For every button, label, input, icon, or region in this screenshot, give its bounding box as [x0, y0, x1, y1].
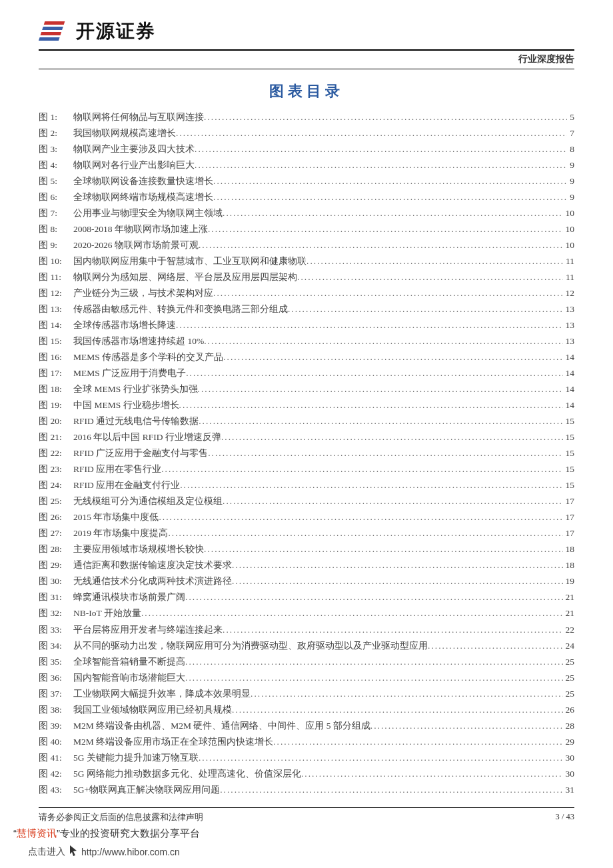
toc-page-number: 15 [563, 477, 575, 493]
promo-brand: 慧博资讯 [17, 827, 57, 839]
toc-leader [213, 189, 567, 205]
toc-entry-title: 2008-2018 年物联网市场加速上涨 [73, 221, 208, 237]
toc-row[interactable]: 图 35:全球智能音箱销量不断提高 25 [39, 654, 574, 670]
toc-entry-title: 全球物联网设备连接数量快速增长 [73, 173, 213, 189]
toc-row[interactable]: 图 25:无线模组可分为通信模组及定位模组 17 [39, 493, 574, 509]
toc-label: 图 36: [39, 670, 73, 686]
toc-row[interactable]: 图 37:工业物联网大幅提升效率，降成本效果明显 25 [39, 686, 574, 702]
page-number: 3 / 43 [556, 812, 574, 823]
toc-leader [159, 509, 562, 525]
toc-leader [223, 205, 563, 221]
toc-label: 图 18: [39, 381, 73, 397]
toc-row[interactable]: 图 31:蜂窝通讯模块市场前景广阔 21 [39, 589, 574, 605]
page: 开源证券 行业深度报告 图表目录 图 1:物联网将任何物品与互联网连接 5图 2… [0, 0, 613, 868]
toc-row[interactable]: 图 12:产业链分为三级，与技术架构对应 12 [39, 285, 574, 301]
toc-leader [273, 734, 562, 750]
promo-url[interactable]: http://www.hibor.com.cn [81, 847, 180, 857]
cursor-icon [68, 845, 79, 859]
toc-row[interactable]: 图 13:传感器由敏感元件、转换元件和变换电路三部分组成 13 [39, 301, 574, 317]
toc-row[interactable]: 图 40:M2M 终端设备应用市场正在全球范围内快速增长 29 [39, 734, 574, 750]
toc-row[interactable]: 图 11:物联网分为感知层、网络层、平台层及应用层四层架构 11 [39, 269, 574, 285]
toc-row[interactable]: 图 7:公用事业与物理安全为物联网主领域 10 [39, 205, 574, 221]
toc-label: 图 16: [39, 349, 73, 365]
toc-page-number: 24 [563, 638, 575, 654]
toc-label: 图 37: [39, 686, 73, 702]
toc-page-number: 18 [563, 557, 575, 573]
toc-row[interactable]: 图 21:2016 年以后中国 RFID 行业增速反弹 15 [39, 429, 574, 445]
toc-page-number: 30 [563, 750, 575, 766]
toc-page-number: 14 [563, 365, 575, 381]
toc-entry-title: RFID 应用在零售行业 [73, 461, 161, 477]
toc-leader [223, 622, 563, 638]
toc-row[interactable]: 图 18:全球 MEMS 行业扩张势头加强 14 [39, 381, 574, 397]
toc-leader [232, 702, 563, 718]
toc-leader [185, 654, 563, 670]
toc-row[interactable]: 图 23:RFID 应用在零售行业 15 [39, 461, 574, 477]
toc-row[interactable]: 图 28:主要应用领域市场规模增长较快 18 [39, 541, 574, 557]
toc-row[interactable]: 图 33:平台层将应用开发者与终端连接起来 22 [39, 622, 574, 638]
toc-entry-title: 无线通信技术分化成两种技术演进路径 [73, 573, 232, 589]
toc-row[interactable]: 图 19:中国 MEMS 行业稳步增长 14 [39, 397, 574, 413]
toc-page-number: 17 [563, 509, 575, 525]
toc-page-number: 7 [567, 125, 574, 141]
toc-row[interactable]: 图 5:全球物联网设备连接数量快速增长 9 [39, 173, 574, 189]
toc-row[interactable]: 图 20:RFID 通过无线电信号传输数据 15 [39, 413, 574, 429]
toc-entry-title: 全球智能音箱销量不断提高 [73, 654, 185, 670]
toc-page-number: 11 [563, 253, 574, 269]
toc-row[interactable]: 图 22:RFID 广泛应用于金融支付与零售 15 [39, 445, 574, 461]
toc-page-number: 29 [563, 734, 575, 750]
toc-row[interactable]: 图 15:我国传感器市场增速持续超 10% 13 [39, 333, 574, 349]
toc-row[interactable]: 图 27:2019 年市场集中度提高 17 [39, 525, 574, 541]
toc-leader [232, 573, 563, 589]
toc-row[interactable]: 图 4:物联网对各行业产出影响巨大 9 [39, 157, 574, 173]
toc-label: 图 41: [39, 750, 73, 766]
toc-entry-title: 我国工业领域物联网应用已经初具规模 [73, 702, 232, 718]
toc-row[interactable]: 图 38:我国工业领域物联网应用已经初具规模 26 [39, 702, 574, 718]
toc-leader [213, 173, 567, 189]
toc-page-number: 14 [563, 349, 575, 365]
toc-label: 图 20: [39, 413, 73, 429]
toc-label: 图 12: [39, 285, 73, 301]
toc-row[interactable]: 图 1:物联网将任何物品与互联网连接 5 [39, 109, 574, 125]
toc-label: 图 42: [39, 766, 73, 782]
toc-row[interactable]: 图 8:2008-2018 年物联网市场加速上涨 10 [39, 221, 574, 237]
toc-row[interactable]: 图 24:RFID 应用在金融支付行业 15 [39, 477, 574, 493]
toc-row[interactable]: 图 26:2015 年市场集中度低 17 [39, 509, 574, 525]
toc-page-number: 14 [563, 381, 575, 397]
toc-row[interactable]: 图 10:国内物联网应用集中于智慧城市、工业互联网和健康物联 11 [39, 253, 574, 269]
toc-label: 图 43: [39, 782, 73, 798]
toc-label: 图 21: [39, 429, 73, 445]
toc-row[interactable]: 图 2:我国物联网规模高速增长 7 [39, 125, 574, 141]
toc-label: 图 13: [39, 301, 73, 317]
toc-row[interactable]: 图 30:无线通信技术分化成两种技术演进路径 19 [39, 573, 574, 589]
toc-page-number: 30 [563, 766, 575, 782]
toc-label: 图 39: [39, 718, 73, 734]
toc-entry-title: 2015 年市场集中度低 [73, 509, 159, 525]
promo-link-row: 点击进入 http://www.hibor.com.cn [28, 845, 180, 859]
toc-row[interactable]: 图 17:MEMS 广泛应用于消费电子 14 [39, 365, 574, 381]
toc-row[interactable]: 图 41:5G 关键能力提升加速万物互联 30 [39, 750, 574, 766]
toc-page-number: 25 [563, 654, 575, 670]
toc-page-number: 11 [563, 269, 574, 285]
toc-row[interactable]: 图 34:从不同的驱动力出发，物联网应用可分为消费驱动型、政府驱动型以及产业驱动… [39, 638, 574, 654]
toc-row[interactable]: 图 36:国内智能音响市场潜能巨大 25 [39, 670, 574, 686]
toc-row[interactable]: 图 14:全球传感器市场增长降速 13 [39, 317, 574, 333]
toc-row[interactable]: 图 39:M2M 终端设备由机器、M2M 硬件、通信网络、中间件、应用 5 部分… [39, 718, 574, 734]
toc-leader [199, 750, 563, 766]
toc-row[interactable]: 图 3:物联网产业主要涉及四大技术 8 [39, 141, 574, 157]
toc-row[interactable]: 图 43:5G+物联网真正解决物联网应用问题 31 [39, 782, 574, 798]
toc-row[interactable]: 图 16:MEMS 传感器是多个学科的交叉产品 14 [39, 349, 574, 365]
toc-entry-title: 物联网将任何物品与互联网连接 [73, 109, 204, 125]
toc-row[interactable]: 图 9:2020-2026 物联网市场前景可观 10 [39, 237, 574, 253]
toc-label: 图 3: [39, 141, 73, 157]
toc-leader [176, 317, 563, 333]
toc-entry-title: 我国物联网规模高速增长 [73, 125, 176, 141]
toc-row[interactable]: 图 32:NB-IoT 开始放量 21 [39, 605, 574, 621]
toc-row[interactable]: 图 42:5G 网络能力推动数据多元化、处理高速化、价值深层化 30 [39, 766, 574, 782]
toc-row[interactable]: 图 6:全球物联网终端市场规模高速增长 9 [39, 189, 574, 205]
toc-row[interactable]: 图 29:通信距离和数据传输速度决定技术要求 18 [39, 557, 574, 573]
toc-leader [199, 413, 562, 429]
toc-entry-title: 2020-2026 物联网市场前景可观 [73, 237, 199, 253]
toc-label: 图 24: [39, 477, 73, 493]
toc-entry-title: 传感器由敏感元件、转换元件和变换电路三部分组成 [73, 301, 288, 317]
